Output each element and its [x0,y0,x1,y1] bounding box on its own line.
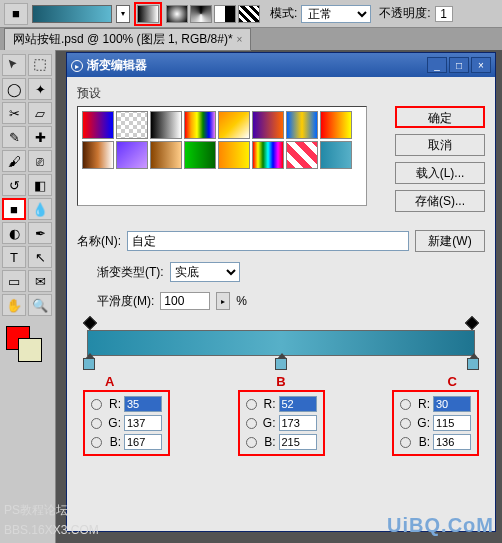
marquee-tool-icon[interactable] [28,54,52,76]
dialog-title: 渐变编辑器 [87,58,147,72]
blur-tool-icon[interactable]: 💧 [28,198,52,220]
maximize-icon[interactable]: □ [449,57,469,73]
smoothness-input[interactable] [160,292,210,310]
smoothness-unit: % [236,294,247,308]
gradient-radial-icon[interactable] [166,5,188,23]
label-c: C [448,374,457,389]
preset-swatch[interactable] [218,141,250,169]
opacity-label: 不透明度: [379,5,430,22]
preset-swatch[interactable] [116,141,148,169]
move-tool-icon[interactable] [2,54,26,76]
gradient-linear-icon[interactable] [137,5,159,23]
gradient-type-linear-highlight [134,2,162,26]
new-button[interactable]: 新建(W) [415,230,485,252]
preset-swatch[interactable] [252,141,284,169]
eraser-tool-icon[interactable]: ◧ [28,174,52,196]
radio-b[interactable] [246,437,257,448]
ok-button[interactable]: 确定 [395,106,485,128]
history-brush-icon[interactable]: ↺ [2,174,26,196]
preset-swatch[interactable] [286,141,318,169]
gradient-preview[interactable] [32,5,112,23]
gradient-reflected-icon[interactable] [214,5,236,23]
watermark-logo: UiBQ.CoM [387,514,494,537]
rgb-c-r[interactable] [433,396,471,412]
preset-swatch[interactable] [150,111,182,139]
label-b: B [276,374,285,389]
rgb-a-b[interactable] [124,434,162,450]
color-stop-c[interactable] [467,358,479,370]
healing-tool-icon[interactable]: ✚ [28,126,52,148]
radio-r[interactable] [246,399,257,410]
watermark-text: PS教程论坛 [4,502,68,519]
radio-g[interactable] [400,418,411,429]
color-stop-b[interactable] [275,358,287,370]
slice-tool-icon[interactable]: ▱ [28,102,52,124]
cancel-button[interactable]: 取消 [395,134,485,156]
radio-b[interactable] [91,437,102,448]
wand-tool-icon[interactable]: ✦ [28,78,52,100]
name-input[interactable] [127,231,409,251]
document-tab[interactable]: 网站按钮.psd @ 100% (图层 1, RGB/8#)* × [4,28,251,51]
rgb-b-r[interactable] [279,396,317,412]
radio-r[interactable] [91,399,102,410]
rgb-c-g[interactable] [433,415,471,431]
rgb-b-g[interactable] [279,415,317,431]
opacity-stop-right[interactable] [467,318,477,328]
minimize-icon[interactable]: _ [427,57,447,73]
brush-tool-icon[interactable]: 🖌 [2,150,26,172]
preset-swatch[interactable] [320,111,352,139]
preset-swatch[interactable] [116,111,148,139]
gradient-tool-icon[interactable]: ■ [2,198,26,220]
close-icon[interactable]: × [471,57,491,73]
preset-swatch[interactable] [82,141,114,169]
tab-close-icon[interactable]: × [237,34,243,45]
opacity-input[interactable] [435,6,453,22]
load-button[interactable]: 载入(L)... [395,162,485,184]
stamp-tool-icon[interactable]: ⎚ [28,150,52,172]
preset-swatch[interactable] [320,141,352,169]
name-label: 名称(N): [77,233,121,250]
eyedropper-tool-icon[interactable]: ✎ [2,126,26,148]
dodge-tool-icon[interactable]: ◐ [2,222,26,244]
mode-select[interactable]: 正常 [301,5,371,23]
rgb-b-b[interactable] [279,434,317,450]
crop-tool-icon[interactable]: ✂ [2,102,26,124]
preset-swatch[interactable] [184,141,216,169]
radio-g[interactable] [246,418,257,429]
save-button[interactable]: 存储(S)... [395,190,485,212]
lasso-tool-icon[interactable]: ◯ [2,78,26,100]
smoothness-label: 平滑度(M): [97,293,154,310]
gradient-diamond-icon[interactable] [238,5,260,23]
type-tool-icon[interactable]: T [2,246,26,268]
dialog-titlebar[interactable]: ▸渐变编辑器 _ □ × [67,53,495,77]
background-swatch[interactable] [18,338,42,362]
preset-swatch[interactable] [82,111,114,139]
zoom-tool-icon[interactable]: 🔍 [28,294,52,316]
preset-swatch[interactable] [150,141,182,169]
pen-tool-icon[interactable]: ✒ [28,222,52,244]
opacity-stop-left[interactable] [85,318,95,328]
preset-swatch[interactable] [218,111,250,139]
gradient-picker-arrow[interactable]: ▾ [116,5,130,23]
rgb-c-b[interactable] [433,434,471,450]
toolbox: ◯✦ ✂▱ ✎✚ 🖌⎚ ↺◧ ■💧 ◐✒ T↖ ▭✉ ✋🔍 [0,50,56,543]
watermark-url: BBS.16XX3.COM [4,523,99,537]
shape-tool-icon[interactable]: ▭ [2,270,26,292]
smoothness-dropdown-icon[interactable]: ▸ [216,292,230,310]
rgb-a-r[interactable] [124,396,162,412]
gradient-bar[interactable] [87,330,475,356]
color-stop-a[interactable] [83,358,95,370]
preset-swatch[interactable] [252,111,284,139]
dialog-menu-icon[interactable]: ▸ [71,60,83,72]
radio-r[interactable] [400,399,411,410]
notes-tool-icon[interactable]: ✉ [28,270,52,292]
hand-tool-icon[interactable]: ✋ [2,294,26,316]
rgb-a-g[interactable] [124,415,162,431]
preset-swatch[interactable] [286,111,318,139]
path-tool-icon[interactable]: ↖ [28,246,52,268]
radio-b[interactable] [400,437,411,448]
radio-g[interactable] [91,418,102,429]
gradient-type-select[interactable]: 实底 [170,262,240,282]
gradient-angle-icon[interactable] [190,5,212,23]
preset-swatch[interactable] [184,111,216,139]
